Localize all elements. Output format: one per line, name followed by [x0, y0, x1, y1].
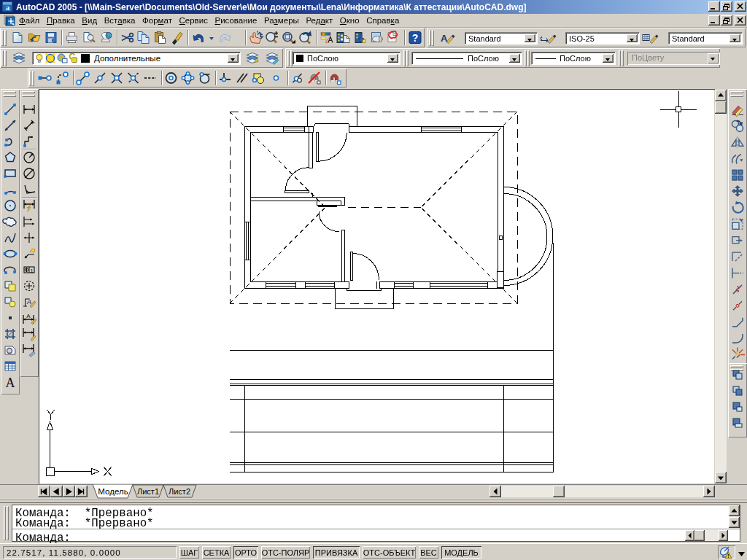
- svg-text:Лист1: Лист1: [137, 487, 159, 496]
- svg-text:a: a: [6, 3, 10, 12]
- svg-text:A: A: [26, 313, 31, 319]
- svg-text:A: A: [441, 33, 448, 44]
- svg-text:Лист2: Лист2: [169, 487, 190, 496]
- svg-text:?: ?: [412, 32, 419, 44]
- svg-text:1: 1: [30, 268, 34, 274]
- svg-text:!: !: [727, 553, 729, 559]
- svg-text:Дополнительные: Дополнительные: [94, 54, 160, 63]
- svg-text:Модель: Модель: [98, 487, 128, 496]
- svg-text:A: A: [26, 298, 31, 306]
- svg-text:A: A: [6, 376, 15, 390]
